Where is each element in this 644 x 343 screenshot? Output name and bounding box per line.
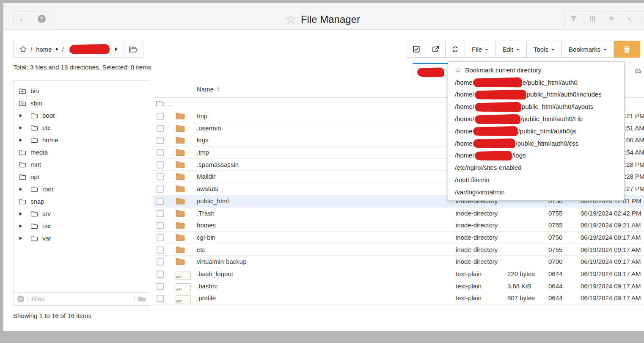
name-column-header[interactable]: Name (197, 80, 220, 98)
tree-item-label: sbin (30, 100, 42, 107)
row-checkbox[interactable] (157, 125, 164, 132)
row-checkbox[interactable] (157, 271, 164, 278)
redacted-path-segment (475, 114, 520, 124)
expand-caret-icon[interactable] (19, 138, 25, 142)
folder-filter-icon[interactable] (138, 296, 146, 302)
file-type: inode-directory (456, 244, 498, 256)
tree-item[interactable]: mnt (14, 158, 150, 171)
home-icon[interactable] (19, 46, 27, 53)
select-all-button[interactable] (407, 41, 426, 58)
symlink-folder-icon (19, 88, 30, 94)
table-row[interactable]: ABC homes inode-directory 0755 06/19/202… (153, 219, 644, 232)
table-row[interactable]: ABC .profile text-plain 807 bytes 0644 0… (153, 292, 644, 304)
redacted-breadcrumb-segment[interactable] (69, 44, 110, 54)
menu-button[interactable]: Edit (495, 41, 527, 58)
row-checkbox[interactable] (157, 246, 164, 254)
tree-item[interactable]: var (14, 232, 150, 244)
clear-filter-icon[interactable]: ✕ (17, 296, 24, 302)
row-checkbox[interactable] (157, 283, 164, 290)
table-row[interactable]: ABC .Trash inode-directory 0755 06/19/20… (153, 207, 644, 220)
row-checkbox[interactable] (157, 113, 164, 120)
row-checkbox[interactable] (157, 234, 164, 241)
help-button[interactable]: ? (32, 11, 51, 26)
filter-icon (570, 16, 577, 22)
row-checkbox[interactable] (157, 185, 164, 193)
table-row[interactable]: ABC .bashrc text-plain 3.68 KiB 0644 06/… (153, 280, 644, 293)
row-checkbox[interactable] (157, 258, 164, 266)
menu-button[interactable]: File (465, 41, 495, 58)
file-modified-date: 06/19/2024 09:17 AM (581, 244, 644, 256)
back-button[interactable]: ← (14, 11, 33, 26)
breadcrumb-segment-home[interactable]: home (36, 46, 52, 53)
row-checkbox[interactable] (157, 210, 164, 217)
tree-item[interactable]: snap (14, 195, 150, 207)
name-header-label: Name (197, 86, 214, 93)
row-checkbox[interactable] (157, 222, 164, 229)
row-checkbox[interactable] (157, 173, 164, 180)
refresh-button[interactable] (446, 41, 465, 58)
selection-summary: Total: 3 files and 13 directories. Selec… (13, 64, 151, 71)
bookmark-path-item[interactable]: /home /public_html/auth0/css (448, 137, 624, 149)
bookmark-path-item[interactable]: /home e/public_html/auth0 (448, 76, 624, 89)
clipped-directory-tab[interactable]: cs (629, 63, 644, 78)
tree-item[interactable]: root (14, 183, 150, 195)
screen: ← ? ☆ File Manager + >_ + (0, 0, 644, 343)
bookmark-path-item[interactable]: /home /public_html/auth0/js (448, 125, 624, 137)
bookmark-path-item[interactable]: /home/ public_html/auth0/includes (448, 89, 624, 101)
divider (134, 296, 135, 302)
tree-item[interactable]: etc (14, 122, 150, 134)
expand-caret-icon[interactable] (19, 224, 25, 228)
table-row[interactable]: ABC .bash_logout text-plain 220 bytes 06… (153, 268, 644, 280)
bookmark-path-item[interactable]: /home/ /logs (448, 149, 624, 162)
file-permissions: 0750 (548, 232, 562, 244)
tree-item-label: boot (42, 112, 55, 119)
folder-outline-icon (19, 149, 30, 155)
tree-item[interactable]: bin (14, 85, 150, 97)
filter-input[interactable] (31, 296, 131, 302)
path-prefix: /etc/nginx/sites-enabled (455, 164, 522, 171)
bookmark-path-item[interactable]: /home/ public_html/auth0/layouts (448, 100, 624, 113)
table-row[interactable]: ABC etc inode-directory 0755 06/19/2024 … (153, 244, 644, 256)
row-checkbox[interactable] (157, 295, 164, 302)
row-checkbox[interactable] (157, 198, 164, 205)
active-directory-tab[interactable] (413, 63, 449, 78)
file-modified-date: 06/19/2024 09:17 AM (581, 280, 644, 293)
menu-button[interactable]: Tools (527, 41, 562, 58)
tree-item[interactable]: usr (14, 220, 150, 232)
share-button[interactable] (426, 41, 446, 58)
bookmark-path-item[interactable]: /home/ /public_html/auth0/Lib (448, 113, 624, 125)
file-modified-date: 06/19/2024 09:17 AM (581, 256, 644, 268)
redacted-path-segment (475, 151, 512, 160)
expand-caret-icon[interactable] (19, 188, 25, 191)
tree-item[interactable]: media (14, 146, 150, 158)
row-checkbox[interactable] (157, 137, 164, 144)
menu-button[interactable]: Bookmarks (562, 41, 614, 58)
expand-caret-icon[interactable] (19, 126, 25, 130)
add-button[interactable]: + (602, 11, 621, 26)
table-row[interactable]: ABC virtualmin-backup inode-directory 07… (153, 256, 644, 268)
expand-caret-icon[interactable] (19, 237, 25, 240)
bookmark-current-directory-item[interactable]: ☆ Bookmark current directory (448, 64, 624, 76)
filter-view-button[interactable] (564, 11, 583, 26)
bookmark-path-item[interactable]: /etc/nginx/sites-enabled (448, 161, 624, 174)
breadcrumb: / home / (13, 41, 143, 58)
star-outline-icon[interactable]: ☆ (285, 13, 297, 26)
expand-caret-icon[interactable] (19, 114, 25, 117)
tree-item[interactable]: opt (14, 171, 150, 183)
expand-caret-icon[interactable] (19, 212, 25, 216)
row-checkbox[interactable] (157, 149, 164, 156)
open-directory-button[interactable] (124, 41, 143, 58)
bookmark-path-item[interactable]: /var/log/virtualmin (448, 186, 624, 198)
tree-item[interactable]: srv (14, 207, 150, 220)
bookmark-path-item[interactable]: /root/.filemin (448, 174, 624, 186)
path-prefix: /home (455, 79, 473, 86)
tree-item[interactable]: boot (14, 109, 150, 122)
table-row[interactable]: ABC cgi-bin inode-directory 0750 06/19/2… (153, 232, 644, 244)
terminal-button[interactable]: >_ (621, 11, 640, 26)
trash-button[interactable] (614, 41, 640, 58)
tree-item[interactable]: home (14, 134, 150, 146)
row-checkbox[interactable] (157, 161, 164, 169)
columns-button[interactable] (583, 11, 602, 26)
clipped-edge-button[interactable]: + (640, 11, 644, 26)
tree-item[interactable]: sbin (14, 97, 150, 109)
